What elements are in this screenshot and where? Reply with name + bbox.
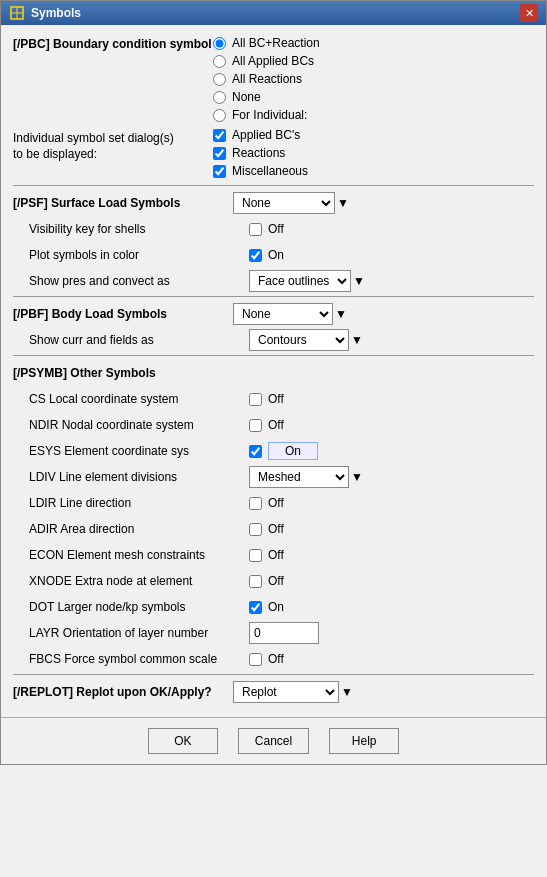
psymb-ndir-label: NDIR Nodal coordinate system [29,418,249,432]
psymb-fbcs-checkbox[interactable] [249,653,262,666]
bottom-buttons: OK Cancel Help [1,717,546,764]
checkbox-miscellaneous-input[interactable] [213,165,226,178]
psf-color-checkbox[interactable] [249,249,262,262]
psymb-esys-control: On [249,442,534,460]
psymb-ldiv-dropdown[interactable]: Meshed None Displayed [249,466,349,488]
psymb-cs-control: Off [249,392,534,406]
radio-all-reactions-label: All Reactions [232,72,302,86]
psymb-econ-control: Off [249,548,534,562]
psf-visibility-control: Off [249,222,534,236]
psymb-layr-row: LAYR Orientation of layer number [13,622,534,644]
psf-dropdown-control: None Arrows Contours Face outlines ▼ [233,192,534,214]
symbols-dialog: Symbols ✕ [/PBC] Boundary condition symb… [0,0,547,765]
radio-for-individual-label: For Individual: [232,108,307,122]
psymb-dot-checkbox[interactable] [249,601,262,614]
psf-show-pres-dropdown[interactable]: Face outlines Arrows Contours [249,270,351,292]
radio-for-individual-input[interactable] [213,109,226,122]
psf-color-label: Plot symbols in color [29,248,249,262]
radio-all-reactions: All Reactions [213,71,534,87]
psymb-xnode-value: Off [268,574,284,588]
psymb-section: [/PSYMB] Other Symbols CS Local coordina… [13,355,534,670]
replot-section: [/REPLOT] Replot upon OK/Apply? Replot D… [13,674,534,703]
psymb-esys-value: On [268,442,318,460]
pbf-show-curr-label: Show curr and fields as [29,333,249,347]
psymb-ldiv-label: LDIV Line element divisions [29,470,249,484]
psf-visibility-row: Visibility key for shells Off [13,218,534,240]
help-button[interactable]: Help [329,728,399,754]
psymb-ndir-row: NDIR Nodal coordinate system Off [13,414,534,436]
psymb-header-row: [/PSYMB] Other Symbols [13,362,534,384]
psymb-econ-value: Off [268,548,284,562]
psf-show-pres-label: Show pres and convect as [29,274,249,288]
pbc-left: [/PBC] Boundary condition symbol Individ… [13,35,213,179]
individual-label: Individual symbol set dialog(s) [13,131,213,145]
psymb-econ-label: ECON Element mesh constraints [29,548,249,562]
checkbox-applied-bc-input[interactable] [213,129,226,142]
psf-color-value: On [268,248,284,262]
pbf-show-curr-row: Show curr and fields as Contours Arrows … [13,329,534,351]
checkbox-reactions: Reactions [213,145,534,161]
pbf-show-curr-dropdown[interactable]: Contours Arrows None [249,329,349,351]
checkbox-reactions-label: Reactions [232,146,285,160]
psf-dropdown[interactable]: None Arrows Contours Face outlines [233,192,335,214]
radio-for-individual: For Individual: [213,107,534,123]
psymb-layr-control [249,622,534,644]
psymb-dot-value: On [268,600,284,614]
psymb-adir-value: Off [268,522,284,536]
psymb-ldiv-arrow: ▼ [351,470,363,484]
psymb-ldiv-control: Meshed None Displayed ▼ [249,466,534,488]
psymb-cs-value: Off [268,392,284,406]
pbf-dropdown[interactable]: None Arrows Contours [233,303,333,325]
psymb-cs-row: CS Local coordinate system Off [13,388,534,410]
replot-arrow: ▼ [341,685,353,699]
psf-show-pres-control: Face outlines Arrows Contours ▼ [249,270,534,292]
pbf-show-curr-control: Contours Arrows None ▼ [249,329,534,351]
psymb-ldir-checkbox[interactable] [249,497,262,510]
pbf-section: [/PBF] Body Load Symbols None Arrows Con… [13,296,534,351]
psf-color-row: Plot symbols in color On [13,244,534,266]
psymb-dot-control: On [249,600,534,614]
psymb-xnode-checkbox[interactable] [249,575,262,588]
pbc-individual-labels: Individual symbol set dialog(s) to be di… [13,131,213,161]
radio-all-reactions-input[interactable] [213,73,226,86]
psymb-ldiv-row: LDIV Line element divisions Meshed None … [13,466,534,488]
cancel-button[interactable]: Cancel [238,728,309,754]
psymb-layr-input[interactable] [249,622,319,644]
psymb-esys-label: ESYS Element coordinate sys [29,444,249,458]
psymb-ldir-value: Off [268,496,284,510]
radio-none-input[interactable] [213,91,226,104]
psymb-xnode-control: Off [249,574,534,588]
psf-visibility-value: Off [268,222,284,236]
psymb-fbcs-row: FBCS Force symbol common scale Off [13,648,534,670]
radio-none: None [213,89,534,105]
psf-visibility-checkbox[interactable] [249,223,262,236]
psymb-ldir-row: LDIR Line direction Off [13,492,534,514]
main-content: [/PBC] Boundary condition symbol Individ… [1,25,546,717]
pbf-dropdown-arrow: ▼ [335,307,347,321]
radio-all-bc-label: All BC+Reaction [232,36,320,50]
psymb-cs-checkbox[interactable] [249,393,262,406]
title-bar: Symbols ✕ [1,1,546,25]
close-button[interactable]: ✕ [520,4,538,22]
checkbox-miscellaneous-label: Miscellaneous [232,164,308,178]
psymb-econ-checkbox[interactable] [249,549,262,562]
psymb-adir-checkbox[interactable] [249,523,262,536]
psymb-esys-checkbox[interactable] [249,445,262,458]
psf-dropdown-arrow: ▼ [337,196,349,210]
psf-color-control: On [249,248,534,262]
psymb-esys-row: ESYS Element coordinate sys On [13,440,534,462]
replot-dropdown[interactable]: Replot Do Not Replot [233,681,339,703]
radio-all-applied-input[interactable] [213,55,226,68]
psf-show-pres-arrow: ▼ [353,274,365,288]
checkbox-reactions-input[interactable] [213,147,226,160]
pbf-dropdown-control: None Arrows Contours ▼ [233,303,534,325]
psf-visibility-label: Visibility key for shells [29,222,249,236]
psymb-xnode-row: XNODE Extra node at element Off [13,570,534,592]
radio-all-bc-input[interactable] [213,37,226,50]
psymb-ldir-label: LDIR Line direction [29,496,249,510]
psymb-ndir-checkbox[interactable] [249,419,262,432]
psymb-adir-control: Off [249,522,534,536]
psf-show-pres-row: Show pres and convect as Face outlines A… [13,270,534,292]
psymb-layr-label: LAYR Orientation of layer number [29,626,249,640]
ok-button[interactable]: OK [148,728,218,754]
